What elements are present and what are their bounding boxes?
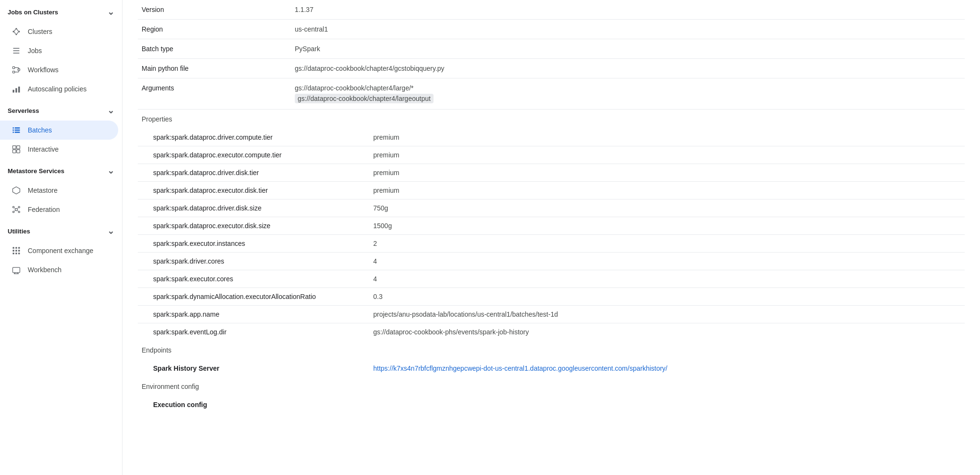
svg-point-0 bbox=[13, 31, 14, 32]
table-row-version: Version 1.1.37 bbox=[138, 0, 965, 20]
table-row: spark:spark.dataproc.executor.disk.tier … bbox=[138, 182, 965, 199]
sidebar-item-metastore[interactable]: Metastore bbox=[0, 181, 118, 200]
sidebar-item-metastore-label: Metastore bbox=[28, 187, 57, 194]
sidebar-section-metastore[interactable]: Metastore Services ⌄ bbox=[0, 159, 122, 181]
argument-value-1: gs://dataproc-cookbook/chapter4/large/* bbox=[295, 84, 961, 92]
endpoints-section-label: Endpoints bbox=[138, 341, 965, 360]
endpoints-outer-table: Endpoints bbox=[138, 341, 965, 360]
property-key: spark:spark.executor.cores bbox=[138, 270, 358, 288]
endpoint-value: https://k7xs4n7rbfcflgmznhgepcwepi-dot-u… bbox=[358, 360, 965, 377]
sidebar-item-clusters[interactable]: Clusters bbox=[0, 22, 118, 41]
svg-rect-9 bbox=[13, 50, 19, 51]
svg-rect-28 bbox=[17, 146, 20, 149]
svg-rect-12 bbox=[13, 71, 15, 73]
sidebar-item-component-exchange[interactable]: Component exchange bbox=[0, 241, 118, 260]
svg-point-34 bbox=[18, 206, 20, 208]
property-value: 750g bbox=[358, 199, 965, 217]
properties-table: spark:spark.dataproc.driver.compute.tier… bbox=[138, 129, 965, 341]
workflows-icon bbox=[11, 65, 21, 75]
sidebar-item-workbench[interactable]: Workbench bbox=[0, 260, 118, 279]
chevron-up-icon: ⌄ bbox=[107, 7, 114, 17]
property-value: premium bbox=[358, 129, 965, 146]
svg-rect-48 bbox=[15, 253, 17, 254]
sidebar-item-component-exchange-label: Component exchange bbox=[28, 247, 93, 254]
main-content: Version 1.1.37 Region us-central1 Batch … bbox=[122, 0, 980, 475]
sidebar-item-jobs[interactable]: Jobs bbox=[0, 41, 118, 60]
property-value: gs://dataproc-cookbook-phs/events/spark-… bbox=[358, 323, 965, 341]
property-key: spark:spark.dataproc.driver.disk.tier bbox=[138, 164, 358, 182]
svg-rect-50 bbox=[13, 267, 20, 273]
property-value: premium bbox=[358, 182, 965, 199]
svg-point-1 bbox=[15, 28, 17, 30]
sidebar-section-jobs-label: Jobs on Clusters bbox=[8, 9, 58, 16]
properties-section-label: Properties bbox=[138, 110, 965, 129]
table-row: spark:spark.dataproc.driver.compute.tier… bbox=[138, 129, 965, 146]
sidebar-section-utilities[interactable]: Utilities ⌄ bbox=[0, 219, 122, 241]
svg-rect-20 bbox=[18, 87, 20, 93]
svg-rect-18 bbox=[13, 90, 14, 93]
sidebar-item-federation-label: Federation bbox=[28, 206, 60, 213]
svg-rect-21 bbox=[13, 127, 14, 129]
svg-rect-47 bbox=[13, 253, 14, 254]
argument-value-2: gs://dataproc-cookbook/chapter4/largeout… bbox=[295, 94, 434, 103]
property-key: spark:spark.dataproc.executor.disk.tier bbox=[138, 182, 358, 199]
label-version: Version bbox=[138, 0, 291, 20]
property-value: 1500g bbox=[358, 217, 965, 235]
label-batch-type: Batch type bbox=[138, 39, 291, 59]
svg-point-3 bbox=[15, 33, 17, 35]
sidebar-item-autoscaling-label: Autoscaling policies bbox=[28, 85, 87, 93]
sidebar-item-batches[interactable]: Batches bbox=[0, 121, 118, 140]
svg-point-33 bbox=[13, 206, 14, 208]
sidebar-item-federation[interactable]: Federation bbox=[0, 200, 118, 219]
svg-line-7 bbox=[17, 32, 19, 34]
metastore-icon bbox=[11, 186, 21, 195]
property-value: 2 bbox=[358, 235, 965, 253]
property-value: 0.3 bbox=[358, 288, 965, 306]
table-row-region: Region us-central1 bbox=[138, 20, 965, 39]
value-batch-type: PySpark bbox=[291, 39, 965, 59]
svg-rect-8 bbox=[13, 48, 19, 49]
table-row: spark:spark.eventLog.dir gs://dataproc-c… bbox=[138, 323, 965, 341]
chevron-up-icon-4: ⌄ bbox=[107, 226, 114, 236]
table-row: spark:spark.dataproc.driver.disk.size 75… bbox=[138, 199, 965, 217]
svg-rect-43 bbox=[18, 247, 20, 249]
batches-icon bbox=[11, 125, 21, 135]
table-row: spark:spark.dataproc.executor.compute.ti… bbox=[138, 146, 965, 164]
property-key: spark:spark.eventLog.dir bbox=[138, 323, 358, 341]
svg-line-38 bbox=[17, 208, 19, 209]
property-value: 4 bbox=[358, 270, 965, 288]
svg-rect-41 bbox=[13, 247, 14, 249]
sidebar-section-jobs-on-clusters[interactable]: Jobs on Clusters ⌄ bbox=[0, 0, 122, 22]
chevron-up-icon-3: ⌄ bbox=[107, 166, 114, 176]
sidebar-item-workflows[interactable]: Workflows bbox=[0, 60, 118, 79]
sidebar-item-interactive[interactable]: Interactive bbox=[0, 140, 118, 159]
sidebar-item-clusters-label: Clusters bbox=[28, 28, 52, 35]
property-value: premium bbox=[358, 164, 965, 182]
svg-rect-27 bbox=[13, 146, 16, 149]
property-value: premium bbox=[358, 146, 965, 164]
chevron-up-icon-2: ⌄ bbox=[107, 105, 114, 116]
svg-rect-22 bbox=[15, 127, 20, 129]
property-value: 4 bbox=[358, 253, 965, 270]
jobs-icon bbox=[11, 46, 21, 55]
svg-rect-11 bbox=[13, 66, 15, 68]
env-config-outer-table: Environment config bbox=[138, 377, 965, 396]
sidebar-item-autoscaling[interactable]: Autoscaling policies bbox=[0, 79, 118, 99]
value-main-python-file: gs://dataproc-cookbook/chapter4/gcstobiq… bbox=[291, 59, 965, 78]
svg-line-5 bbox=[17, 29, 19, 31]
svg-line-6 bbox=[14, 32, 15, 34]
sidebar-section-serverless[interactable]: Serverless ⌄ bbox=[0, 99, 122, 121]
svg-rect-45 bbox=[15, 250, 17, 251]
autoscaling-icon bbox=[11, 84, 21, 94]
table-row-endpoints-header: Endpoints bbox=[138, 341, 965, 360]
interactive-icon bbox=[11, 144, 21, 154]
sidebar-item-jobs-label: Jobs bbox=[28, 47, 42, 55]
table-row-execution-config: Execution config bbox=[138, 396, 965, 413]
sidebar-item-interactive-label: Interactive bbox=[28, 145, 59, 153]
sidebar-item-workflows-label: Workflows bbox=[28, 66, 58, 74]
federation-icon bbox=[11, 205, 21, 214]
property-key: spark:spark.dataproc.executor.disk.size bbox=[138, 217, 358, 235]
table-row: spark:spark.dynamicAllocation.executorAl… bbox=[138, 288, 965, 306]
value-arguments: gs://dataproc-cookbook/chapter4/large/* … bbox=[291, 78, 965, 110]
endpoints-table: Spark History Server https://k7xs4n7rbfc… bbox=[138, 360, 965, 377]
